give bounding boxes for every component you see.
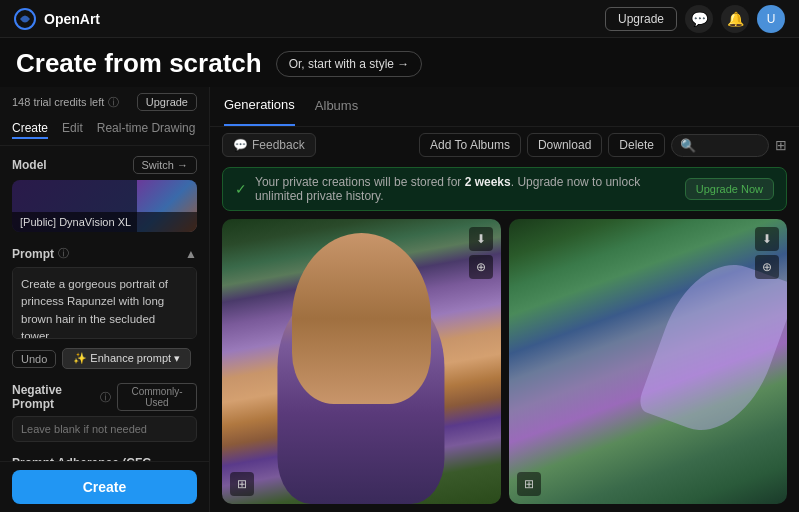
credits-bar: 148 trial credits left ⓘ Upgrade: [0, 87, 209, 117]
image2-expand-icon[interactable]: ⊞: [517, 472, 541, 496]
princess-image-content: [222, 219, 501, 504]
credits-help-icon[interactable]: ⓘ: [108, 95, 119, 110]
tab-albums[interactable]: Albums: [315, 87, 358, 126]
image1-expand-icon[interactable]: ⊞: [230, 472, 254, 496]
chat-icon-btn[interactable]: 💬: [685, 5, 713, 33]
logo-text: OpenArt: [44, 11, 100, 27]
check-icon: ✓: [235, 181, 247, 197]
feedback-button[interactable]: 💬 Feedback: [222, 133, 316, 157]
search-icon: 🔍: [680, 138, 696, 153]
logo-icon: [14, 8, 36, 30]
nav-right: Upgrade 💬 🔔 U: [605, 5, 785, 33]
negative-prompt-label: Negative Prompt: [12, 383, 94, 411]
model-card[interactable]: [Public] DynaVision XL: [12, 180, 197, 232]
model-card-label: [Public] DynaVision XL: [12, 212, 197, 232]
avatar[interactable]: U: [757, 5, 785, 33]
tab-create[interactable]: Create: [12, 121, 48, 139]
bell-icon-btn[interactable]: 🔔: [721, 5, 749, 33]
page-title: Create from scratch: [16, 48, 262, 79]
create-button[interactable]: Create: [12, 470, 197, 504]
page-header: Create from scratch Or, start with a sty…: [0, 38, 799, 87]
upgrade-button-top[interactable]: Upgrade: [605, 7, 677, 31]
search-input[interactable]: [700, 139, 760, 151]
content-area: Generations Albums 💬 Feedback Add To Alb…: [210, 87, 799, 512]
neg-help-icon[interactable]: ⓘ: [100, 390, 111, 405]
grid-search-icon[interactable]: ⊞: [775, 137, 787, 153]
chat-icon: 💬: [691, 11, 708, 27]
sidebar: 148 trial credits left ⓘ Upgrade Create …: [0, 87, 210, 512]
download-button[interactable]: Download: [527, 133, 602, 157]
cfg-section: Prompt Adherence (CFG Scale) ⓘ 7: [0, 448, 209, 461]
fairy-image-content: [509, 219, 788, 504]
start-with-style-button[interactable]: Or, start with a style →: [276, 51, 423, 77]
model-section: Model Switch → [Public] DynaVision XL: [0, 146, 209, 238]
tab-edit[interactable]: Edit: [62, 121, 83, 139]
negative-prompt-input[interactable]: [12, 416, 197, 442]
credits-text: 148 trial credits left ⓘ: [12, 95, 119, 110]
bell-icon: 🔔: [727, 11, 744, 27]
prompt-actions: Undo ✨ Enhance prompt ▾: [12, 348, 197, 369]
credits-upgrade-button[interactable]: Upgrade: [137, 93, 197, 111]
image2-bottom-icons: ⊞: [517, 472, 541, 496]
prompt-textarea[interactable]: Create a gorgeous portrait of princess R…: [12, 267, 197, 339]
prompt-label: Prompt: [12, 247, 54, 261]
toolbar-left: 💬 Feedback: [222, 133, 316, 157]
main-layout: 148 trial credits left ⓘ Upgrade Create …: [0, 87, 799, 512]
image2-download-icon[interactable]: ⬇: [755, 227, 779, 251]
image-princess[interactable]: ⬇ ⊕ ⊞: [222, 219, 501, 504]
search-bar: 🔍: [671, 134, 769, 157]
model-label: Model: [12, 158, 47, 172]
toolbar-right: Add To Albums Download Delete 🔍 ⊞: [419, 133, 787, 157]
add-to-albums-button[interactable]: Add To Albums: [419, 133, 521, 157]
commonly-used-button[interactable]: Commonly-Used: [117, 383, 197, 411]
image1-zoom-icon[interactable]: ⊕: [469, 255, 493, 279]
image-fairy[interactable]: ⬇ ⊕ ⊞: [509, 219, 788, 504]
image1-download-icon[interactable]: ⬇: [469, 227, 493, 251]
prompt-help-icon[interactable]: ⓘ: [58, 246, 69, 261]
enhance-prompt-button[interactable]: ✨ Enhance prompt ▾: [62, 348, 191, 369]
undo-button[interactable]: Undo: [12, 350, 56, 368]
banner-text: Your private creations will be stored fo…: [255, 175, 685, 203]
switch-model-button[interactable]: Switch →: [133, 156, 197, 174]
info-banner: ✓ Your private creations will be stored …: [222, 167, 787, 211]
feedback-icon: 💬: [233, 138, 248, 152]
tab-generations[interactable]: Generations: [224, 87, 295, 126]
image1-bottom-icons: ⊞: [230, 472, 254, 496]
top-nav: OpenArt Upgrade 💬 🔔 U: [0, 0, 799, 38]
images-area: ⬇ ⊕ ⊞ ⬇ ⊕ ⊞: [210, 215, 799, 512]
content-tabs: Generations Albums: [210, 87, 799, 127]
image1-overlay-icons: ⬇ ⊕: [469, 227, 493, 279]
nav-left: OpenArt: [14, 8, 100, 30]
image2-zoom-icon[interactable]: ⊕: [755, 255, 779, 279]
banner-left: ✓ Your private creations will be stored …: [235, 175, 685, 203]
collapse-icon[interactable]: ▲: [185, 247, 197, 261]
content-toolbar: 💬 Feedback Add To Albums Download Delete…: [210, 127, 799, 163]
negative-prompt-section: Negative Prompt ⓘ Commonly-Used: [0, 377, 209, 448]
delete-button[interactable]: Delete: [608, 133, 665, 157]
sidebar-tabs: Create Edit Real-time Drawing: [0, 117, 209, 146]
prompt-section: Prompt ⓘ ▲ Create a gorgeous portrait of…: [0, 238, 209, 377]
tab-realtime[interactable]: Real-time Drawing: [97, 121, 196, 139]
create-section: Create: [0, 461, 209, 512]
upgrade-now-button[interactable]: Upgrade Now: [685, 178, 774, 200]
image2-overlay-icons: ⬇ ⊕: [755, 227, 779, 279]
